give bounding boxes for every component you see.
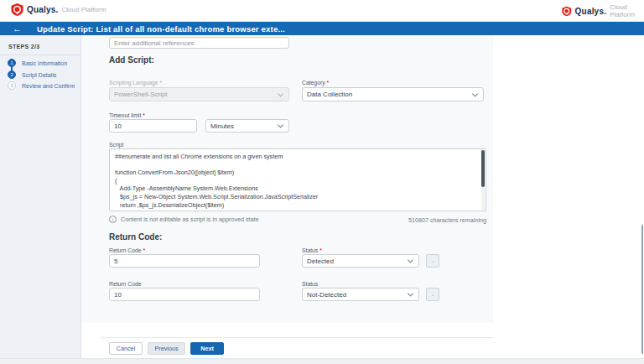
brand-suffix: Cloud Platform (62, 6, 106, 13)
remove-return-code-button-2[interactable]: - (426, 288, 439, 301)
return-code-input-1[interactable] (109, 254, 260, 268)
title-bar: ← Update Script: List all of all non-def… (0, 22, 644, 35)
qualys-logo-left: Qualys. Cloud Platform (11, 3, 106, 16)
timeout-limit-input[interactable] (109, 119, 197, 133)
next-button[interactable]: Next (190, 342, 224, 355)
return-code-input-2[interactable] (109, 288, 260, 301)
script-label: Script (109, 142, 123, 148)
script-note-row: i Content is not editable as script is i… (109, 216, 259, 223)
chevron-down-icon (408, 257, 413, 263)
category-label: Category* (302, 80, 329, 86)
script-content: ##enumerate and list all Chrome extensio… (115, 153, 479, 211)
return-code-heading: Return Code: (109, 232, 162, 242)
sidebar-step-script-details[interactable]: 2 Script Details (8, 70, 56, 79)
step-label: Script Details (22, 72, 56, 78)
additional-references-input[interactable] (109, 37, 289, 49)
qualys-shield-icon (11, 3, 23, 16)
status-label: Status* (302, 247, 322, 253)
status-select-2[interactable]: Not-Detected (302, 288, 419, 301)
required-asterisk: * (327, 80, 330, 86)
required-asterisk: * (143, 112, 145, 118)
scripting-language-label: Scripting Language* (109, 80, 162, 86)
previous-button[interactable]: Previous (148, 342, 185, 355)
status-select-1[interactable]: Detected (302, 254, 419, 268)
return-code-label: Return Code (109, 281, 143, 287)
step-label: Basic Information (22, 60, 67, 66)
scripting-language-select: PowerShell-Script (109, 87, 289, 101)
required-asterisk: * (160, 80, 163, 86)
brand-name: Qualys. (27, 5, 59, 14)
divider (0, 55, 81, 55)
add-script-heading: Add Script: (109, 55, 154, 65)
update-script-screen: Qualys. Cloud Platform Qualys. Cloud Pla… (0, 0, 644, 364)
characters-remaining: 510807 characters remaining (408, 216, 486, 224)
qualys-shield-icon (562, 5, 572, 18)
required-asterisk: * (319, 247, 322, 253)
status-value: Detected (307, 257, 334, 265)
cancel-button[interactable]: Cancel (109, 342, 143, 355)
sidebar-step-basic-information[interactable]: 1 Basic Information (8, 59, 67, 67)
back-arrow-icon[interactable]: ← (13, 23, 22, 34)
timeout-limit-label: Timeout limit* (109, 112, 145, 118)
script-note: Content is not editable as script is in … (121, 216, 259, 223)
brand-name: Qualys. (575, 7, 607, 16)
return-code-label: Return Code* (109, 247, 145, 253)
page-scrollbar[interactable] (641, 225, 643, 354)
info-icon: i (109, 216, 117, 223)
top-bar: Qualys. Cloud Platform Qualys. Cloud Pla… (0, 0, 644, 22)
brand-suffix: Cloud Platform (610, 3, 644, 18)
required-asterisk: * (143, 247, 146, 253)
chevron-down-icon (278, 91, 283, 96)
status-value: Not-Detected (307, 291, 346, 299)
step-number-badge: 3 (8, 81, 16, 90)
scripting-language-value: PowerShell-Script (114, 91, 168, 98)
steps-progress-label: STEPS 2/3 (8, 44, 39, 49)
qualys-logo-right: Qualys. Cloud Platform (562, 3, 644, 18)
timeout-unit-value: Minutes (210, 122, 234, 130)
timeout-unit-select[interactable]: Minutes (205, 119, 289, 133)
page-title: Update Script: List all of all non-defau… (37, 24, 285, 34)
sidebar-step-review-confirm[interactable]: 3 Review and Confirm (8, 81, 75, 90)
category-value: Data Collection (307, 91, 352, 98)
chevron-down-icon (472, 91, 478, 96)
steps-sidebar: STEPS 2/3 1 Basic Information 2 Script D… (0, 35, 81, 358)
script-scrollbar-thumb[interactable] (481, 150, 485, 187)
script-editor[interactable]: ##enumerate and list all Chrome extensio… (109, 148, 486, 211)
footer-divider (101, 337, 493, 338)
step-number-badge: 2 (8, 70, 16, 79)
step-label: Review and Confirm (22, 83, 75, 89)
chevron-down-icon (278, 122, 283, 127)
chevron-down-icon (408, 290, 413, 296)
status-label: Status (302, 281, 319, 287)
remove-return-code-button-1[interactable]: - (426, 254, 439, 268)
bottom-status-strip (0, 358, 644, 364)
step-number-badge: 1 (8, 59, 16, 67)
category-select[interactable]: Data Collection (302, 87, 484, 101)
